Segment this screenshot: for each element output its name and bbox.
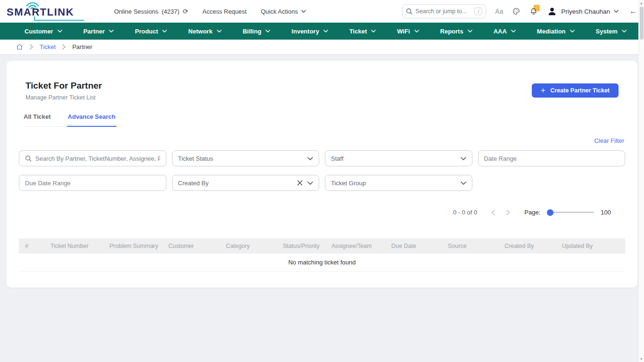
user-name: Priyesh Chauhan xyxy=(561,8,610,15)
global-search[interactable]: / xyxy=(402,4,486,18)
nav-item-billing[interactable]: Billing xyxy=(243,28,271,35)
pagination: 0 - 0 of 0 Page: 100 xyxy=(19,209,625,216)
page-size-label: Page: xyxy=(524,209,540,216)
access-request-button[interactable]: Access Request xyxy=(202,8,247,15)
breadcrumb-separator xyxy=(62,44,66,49)
ticket-tabs: All Ticket Advance Search xyxy=(23,113,119,127)
col-due-date: Due Date xyxy=(387,239,443,254)
home-icon[interactable] xyxy=(16,43,23,50)
main-navigation: Customer Partner Product Network Billing… xyxy=(0,23,644,40)
nav-item-inventory[interactable]: Inventory xyxy=(291,28,328,35)
refresh-icon[interactable]: ⟳ xyxy=(183,8,189,15)
table-header-row: # Ticket Number Problem Summary Customer… xyxy=(19,239,625,254)
ticket-table: # Ticket Number Problem Summary Customer… xyxy=(19,239,625,272)
filter-search-field[interactable] xyxy=(19,150,166,166)
chevron-down-icon xyxy=(217,30,222,33)
filter-ticket-group-select[interactable]: Ticket Group xyxy=(325,175,472,191)
scrollbar-down-arrow[interactable]: ▼ xyxy=(639,357,644,361)
chevron-down-icon xyxy=(58,30,62,33)
empty-state-row: No matching ticket found xyxy=(19,254,625,272)
chevron-down-icon xyxy=(461,181,466,185)
logo-text: SMARTLINK xyxy=(7,6,74,18)
page-content: Ticket For Partner Manage Partner Ticket… xyxy=(0,54,644,294)
collapse-back-arrow[interactable]: ← xyxy=(629,7,637,16)
page-size-slider[interactable] xyxy=(547,209,594,216)
filter-search-input[interactable] xyxy=(35,155,160,162)
col-customer: Customer xyxy=(164,239,221,254)
col-source: Source xyxy=(443,239,500,254)
font-size-toggle[interactable]: Aa xyxy=(495,8,503,15)
col-index: # xyxy=(19,239,46,254)
top-header: SMARTLINK Online Sessions (4237) ⟳ Acces… xyxy=(0,0,644,23)
user-menu[interactable]: Priyesh Chauhan xyxy=(547,6,619,16)
online-sessions-label: Online Sessions xyxy=(114,8,158,15)
chevron-down-icon xyxy=(511,30,516,33)
nav-item-system[interactable]: System xyxy=(596,28,627,35)
quick-actions-menu[interactable]: Quick Actions xyxy=(261,8,306,15)
filter-staff-select[interactable]: Staff xyxy=(325,150,472,166)
filter-created-by-select[interactable]: Created By xyxy=(172,175,320,191)
nav-item-customer[interactable]: Customer xyxy=(25,28,62,35)
slider-track xyxy=(547,212,594,213)
nav-item-ticket[interactable]: Ticket xyxy=(349,28,376,35)
chevron-down-icon xyxy=(622,30,627,33)
tab-all-ticket[interactable]: All Ticket xyxy=(23,113,52,127)
breadcrumb-ticket-link[interactable]: Ticket xyxy=(40,43,56,50)
chevron-down-icon xyxy=(371,30,376,33)
ticket-for-partner-card: Ticket For Partner Manage Partner Ticket… xyxy=(7,61,637,288)
pagination-prev-button[interactable] xyxy=(486,210,501,215)
page-size-value: 100 xyxy=(601,209,611,216)
global-search-input[interactable] xyxy=(415,8,474,15)
chevron-down-icon xyxy=(614,10,619,13)
filter-ticket-status-select[interactable]: Ticket Status xyxy=(172,150,320,166)
chevron-down-icon xyxy=(414,30,419,33)
nav-item-reports[interactable]: Reports xyxy=(440,28,472,35)
filter-date-range-field[interactable] xyxy=(478,150,626,166)
page-scrollbar[interactable]: ▲ ▼ xyxy=(638,0,644,362)
clear-filter-link[interactable]: Clear Filter xyxy=(594,137,624,144)
scrollbar-up-arrow[interactable]: ▲ xyxy=(639,1,644,5)
palette-icon xyxy=(512,7,520,16)
col-assignee-team: Assignee/Team xyxy=(327,239,387,254)
empty-state-message: No matching ticket found xyxy=(19,254,625,272)
page-title: Ticket For Partner xyxy=(25,81,102,91)
theme-palette-button[interactable] xyxy=(512,7,520,16)
bell-icon xyxy=(529,7,538,16)
breadcrumb-current-page: Partner xyxy=(72,43,92,50)
chevron-down-icon xyxy=(301,10,306,13)
smartlink-logo[interactable]: SMARTLINK xyxy=(7,2,86,21)
chevron-down-icon xyxy=(307,157,313,160)
search-shortcut-badge: / xyxy=(474,8,482,15)
online-sessions[interactable]: Online Sessions (4237) ⟳ xyxy=(114,8,188,15)
nav-item-wifi[interactable]: WiFi xyxy=(397,28,419,35)
col-created-by: Created By xyxy=(500,239,557,254)
chevron-down-icon xyxy=(323,30,328,33)
nav-item-aaa[interactable]: AAA xyxy=(494,28,516,35)
chevron-down-icon xyxy=(468,30,472,33)
filter-due-date-range-input[interactable] xyxy=(25,180,160,187)
online-sessions-count: (4237) xyxy=(162,8,180,15)
filter-due-date-range-field[interactable] xyxy=(19,175,166,191)
slider-knob[interactable] xyxy=(547,209,553,216)
notifications-button[interactable] xyxy=(529,7,538,16)
breadcrumb-separator xyxy=(30,44,33,49)
search-icon xyxy=(25,155,32,162)
nav-item-product[interactable]: Product xyxy=(135,28,167,35)
nav-item-mediation[interactable]: Mediation xyxy=(537,28,575,35)
breadcrumb: Ticket Partner xyxy=(0,40,644,54)
pagination-next-button[interactable] xyxy=(501,210,516,215)
tab-advance-search[interactable]: Advance Search xyxy=(67,113,116,127)
nav-item-network[interactable]: Network xyxy=(188,28,221,35)
search-icon xyxy=(406,8,413,15)
filter-date-range-input[interactable] xyxy=(484,155,619,162)
scrollbar-thumb[interactable] xyxy=(640,7,644,40)
col-category: Category xyxy=(221,239,278,254)
clear-x-icon[interactable] xyxy=(297,180,303,186)
col-ticket-number: Ticket Number xyxy=(46,239,105,254)
chevron-down-icon xyxy=(307,181,313,185)
pagination-range: 0 - 0 of 0 xyxy=(453,209,477,216)
page-subtitle: Manage Partner Ticket List xyxy=(25,94,102,101)
create-partner-ticket-button[interactable]: + Create Partner Ticket xyxy=(532,83,619,98)
logo-underline xyxy=(34,20,84,21)
nav-item-partner[interactable]: Partner xyxy=(83,28,114,35)
